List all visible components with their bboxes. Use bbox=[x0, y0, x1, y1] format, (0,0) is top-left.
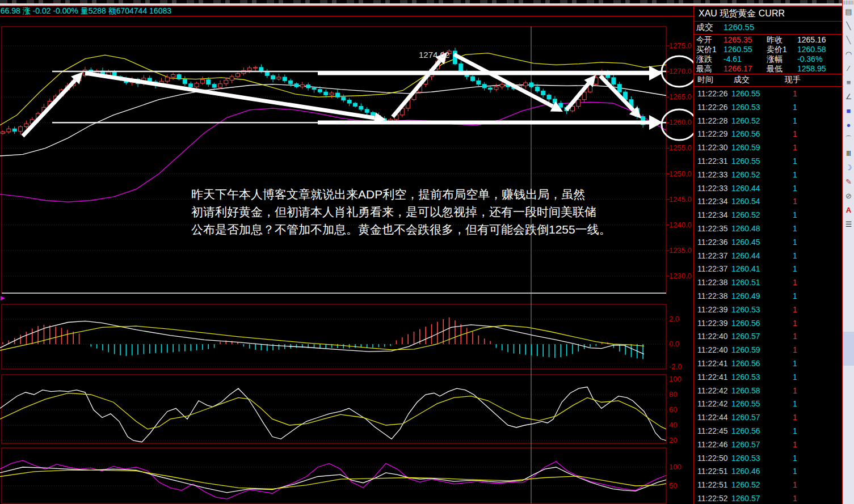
svg-text:1235.0: 1235.0 bbox=[669, 246, 692, 255]
trendline-icon[interactable]: ╲ bbox=[843, 19, 854, 33]
field-label: 涨幅 bbox=[767, 54, 783, 64]
tape-time: 11:22:36 bbox=[697, 236, 727, 249]
tape-row: 11:22:311260.551 bbox=[694, 155, 842, 168]
candlestick-chart[interactable]: 1275.01270.01265.01260.01255.01250.01245… bbox=[0, 16, 704, 504]
text-tool-icon[interactable]: A bbox=[843, 203, 854, 217]
tape-row: 11:22:341260.521 bbox=[694, 209, 842, 222]
polyline-icon[interactable]: ✎ bbox=[843, 175, 854, 189]
field-label: 涨跌 bbox=[696, 54, 712, 64]
tape-time: 11:22:34 bbox=[697, 195, 727, 209]
tape-price: 1260.59 bbox=[731, 141, 760, 155]
tape-time: 11:22:34 bbox=[697, 209, 727, 222]
svg-text:60: 60 bbox=[669, 405, 677, 414]
scroll-marker-icon[interactable] bbox=[1, 296, 5, 300]
tape-header-vol: 现手 bbox=[785, 75, 801, 85]
tape-time: 11:22:50 bbox=[697, 452, 727, 465]
last-price-value: 1260.55 bbox=[723, 22, 754, 32]
tape-volume: 1 bbox=[785, 478, 805, 492]
field-value: 1265.35 bbox=[723, 35, 752, 45]
tape-price: 1260.52 bbox=[731, 209, 760, 222]
quote-ticker-text: 266.98 涨 -0.02 -0.00% 量5288 额6704744 160… bbox=[0, 6, 171, 16]
svg-text:2.0: 2.0 bbox=[669, 315, 679, 323]
divider bbox=[694, 86, 842, 87]
tape-row: 11:22:451260.561 bbox=[694, 425, 842, 438]
tape-time: 11:22:39 bbox=[697, 317, 727, 331]
ruler-icon[interactable]: ▤ bbox=[843, 5, 854, 19]
tape-row: 11:22:331260.521 bbox=[694, 168, 842, 182]
tape-time: 11:22:40 bbox=[697, 330, 727, 344]
fib-retracement-icon[interactable]: ☰ bbox=[843, 217, 854, 231]
tape-volume: 1 bbox=[785, 425, 805, 438]
annotation-line: 公布是否加息？不管加不加息。黄金也不会跌很多，但有可能会跌倒1255一线。 bbox=[191, 221, 679, 238]
tape-time: 11:22:51 bbox=[697, 465, 727, 478]
tape-volume: 1 bbox=[785, 465, 805, 478]
tape-volume: 1 bbox=[785, 262, 805, 276]
svg-text:100: 100 bbox=[669, 463, 681, 471]
quote-field-row: 今开 1265.35 昨收 1265.16 bbox=[694, 35, 842, 45]
tape-price: 1260.56 bbox=[731, 357, 760, 371]
tape-volume: 1 bbox=[785, 397, 805, 411]
gann-line-icon[interactable]: ∕ bbox=[843, 61, 854, 75]
tape-volume: 1 bbox=[785, 344, 805, 357]
svg-text:40: 40 bbox=[669, 421, 677, 429]
tape-price: 1260.52 bbox=[731, 115, 760, 128]
tape-price: 1260.55 bbox=[731, 155, 760, 168]
tape-time: 11:22:41 bbox=[697, 371, 727, 384]
tape-time: 11:22:29 bbox=[697, 128, 727, 141]
tape-volume: 1 bbox=[785, 101, 805, 115]
segment-icon[interactable]: ╲ bbox=[843, 33, 854, 47]
vertical-lines-icon[interactable]: Ⅲ bbox=[843, 146, 854, 160]
tape-time: 11:22:28 bbox=[697, 115, 727, 128]
tape-price: 1260.51 bbox=[731, 276, 760, 290]
horizontal-lines-icon[interactable]: ≡ bbox=[843, 75, 854, 90]
symbol-title: XAU 现货黄金 CURR bbox=[699, 8, 785, 20]
tape-volume: 1 bbox=[785, 168, 805, 182]
quote-panel: XAU 现货黄金 CURR 成交 1260.55 今开 1265.35 昨收 1… bbox=[693, 6, 842, 504]
tape-volume: 1 bbox=[785, 236, 805, 249]
toolbar-scroll-region[interactable] bbox=[843, 332, 854, 366]
svg-text:1260.0: 1260.0 bbox=[669, 118, 692, 126]
svg-text:1230.0: 1230.0 bbox=[669, 272, 692, 280]
tape-time: 11:22:37 bbox=[697, 262, 727, 276]
divider bbox=[694, 21, 842, 22]
time-and-sales-list[interactable]: 11:22:261260.55111:22:261260.53111:22:28… bbox=[694, 87, 842, 504]
tape-row: 11:22:261260.551 bbox=[694, 87, 842, 101]
arc-tool-icon[interactable]: ⌒ bbox=[843, 132, 854, 146]
tape-price: 1260.41 bbox=[731, 262, 760, 276]
divider bbox=[0, 16, 693, 16]
rectangle-tool-icon[interactable]: ■ bbox=[843, 104, 854, 118]
tape-row: 11:22:351260.481 bbox=[694, 222, 842, 236]
tape-time: 11:22:26 bbox=[697, 87, 727, 101]
tape-row: 11:22:301260.591 bbox=[694, 141, 842, 155]
tape-price: 1260.53 bbox=[731, 101, 760, 115]
tape-row: 11:22:261260.531 bbox=[694, 101, 842, 115]
tape-time: 11:22:31 bbox=[697, 155, 727, 168]
field-label: 最低 bbox=[767, 64, 783, 74]
tape-header-price: 成交 bbox=[734, 75, 750, 85]
tape-volume: 1 bbox=[785, 249, 805, 263]
tape-volume: 1 bbox=[785, 492, 805, 504]
ellipse-tool-icon[interactable]: ● bbox=[843, 118, 854, 132]
field-label: 买价1 bbox=[696, 45, 717, 54]
tape-row: 11:22:421260.551 bbox=[694, 397, 842, 411]
tape-time: 11:22:42 bbox=[697, 397, 727, 411]
eraser-icon[interactable]: ⊘ bbox=[843, 189, 854, 203]
tape-price: 1260.55 bbox=[731, 87, 760, 101]
tape-volume: 1 bbox=[785, 276, 805, 290]
peak-price-label: 1274.02 bbox=[419, 50, 449, 60]
fib-arcs-icon[interactable]: ◠ bbox=[843, 47, 854, 61]
field-label: 今开 bbox=[696, 35, 712, 45]
moon-star-icon[interactable]: ☽ bbox=[843, 160, 854, 175]
tape-volume: 1 bbox=[785, 115, 805, 128]
tape-time: 11:22:40 bbox=[697, 344, 727, 357]
ruler-icon[interactable]: |||||||| bbox=[843, 0, 854, 5]
quote-ticker-bar: 266.98 涨 -0.02 -0.00% 量5288 额6704744 160… bbox=[0, 6, 692, 16]
field-label: 最高 bbox=[696, 64, 712, 74]
tape-time: 11:22:42 bbox=[697, 384, 727, 398]
tape-volume: 1 bbox=[785, 317, 805, 331]
svg-text:1255.0: 1255.0 bbox=[669, 143, 692, 152]
quote-field-row: 最高 1266.17 最低 1258.95 bbox=[694, 64, 842, 74]
tape-volume: 1 bbox=[785, 452, 805, 465]
fan-lines-icon[interactable]: ∠ bbox=[843, 90, 854, 104]
tape-price: 1260.53 bbox=[731, 371, 760, 384]
